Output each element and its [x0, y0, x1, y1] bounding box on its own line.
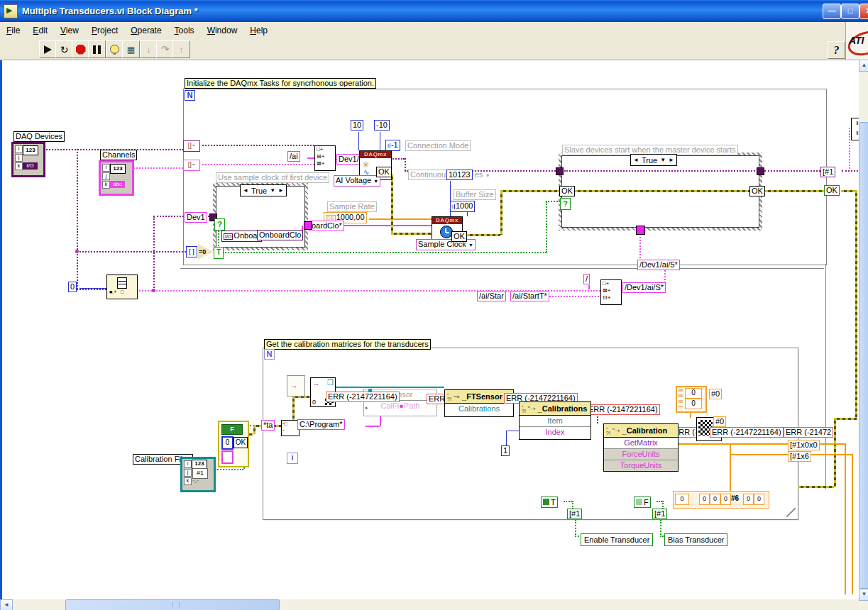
gauge-array-constant[interactable]: 0 0 0 0 #6 0 0 — [673, 491, 769, 509]
menu-project[interactable]: Project — [85, 23, 124, 38]
array-cell[interactable]: 0 — [720, 494, 731, 505]
enable-transducer-label[interactable]: Enable Transducer — [581, 533, 653, 546]
vertical-scroll-thumb[interactable] — [859, 122, 868, 589]
const-minus10[interactable]: -10 — [374, 120, 390, 131]
dropdown-icon[interactable]: ▼ — [468, 243, 473, 248]
concat-strings-node-1[interactable]: □+⊞+⊠+ — [314, 145, 336, 171]
run-continuous-button[interactable]: ↻ — [55, 40, 73, 58]
tunnel-square[interactable] — [556, 167, 564, 175]
status-false[interactable]: F — [221, 424, 243, 435]
resize-corner-icon[interactable] — [786, 508, 796, 517]
file-dialog-node[interactable]: → — [287, 375, 305, 396]
label-connection-mode[interactable]: Connection Mode — [405, 140, 471, 151]
array-input-icon[interactable]: [ ] — [186, 246, 197, 257]
zero-constant[interactable]: 0 — [68, 282, 77, 292]
error-cluster-constant[interactable]: F 0 OK — [218, 421, 249, 467]
ok-tunnel-left[interactable]: OK — [559, 186, 575, 196]
invoke-node-calibration[interactable]: ▫?!"➝_Calibration GetMatrix ForceUnits T… — [603, 423, 679, 472]
loop-count-terminal-2[interactable]: N — [264, 349, 275, 360]
maximize-button[interactable]: □ — [841, 4, 859, 19]
menu-operate[interactable]: Operate — [124, 23, 167, 38]
label-use-clock[interactable]: Use sample clock of first device — [216, 172, 329, 183]
step-over-button[interactable]: ↷ — [156, 40, 174, 58]
true-constant[interactable]: T — [541, 497, 558, 508]
case-next-icon[interactable]: ► — [669, 157, 674, 163]
dev1-label[interactable]: Dev1 — [185, 212, 207, 223]
label-continuous[interactable]: Continuous — [408, 170, 452, 180]
menu-view[interactable]: View — [54, 23, 85, 38]
step-out-button[interactable]: ↑ — [172, 40, 190, 58]
case1-selector-terminal[interactable]: ? — [214, 218, 225, 231]
code-zero[interactable]: 0 — [221, 436, 234, 450]
starttrig-label-b[interactable]: /ai/StartT* — [510, 291, 549, 301]
prop-calibrations[interactable]: Calibrations — [445, 404, 513, 414]
calibration-files-array[interactable]: ijk 123 #1 ᵔ-ᵔ — [180, 457, 216, 492]
error-label-4[interactable]: ERR (-2147221164) — [586, 404, 660, 415]
comment-cal[interactable]: Get the calibration matrices for the tra… — [264, 339, 431, 350]
property-node-calibrations[interactable]: ▫?!"➝_Calibrations Item Index — [519, 401, 591, 440]
scroll-down-button[interactable]: ▼ — [859, 589, 868, 601]
menu-edit[interactable]: Edit — [26, 23, 54, 38]
const-10[interactable]: 10 — [351, 120, 363, 131]
prop-index[interactable]: Index — [520, 426, 590, 438]
onboard-clock-const-b[interactable]: OnboardClo — [257, 230, 303, 240]
const-minus1[interactable]: I-1 — [385, 140, 400, 151]
array-cell[interactable]: 0 — [743, 494, 754, 505]
error-label-1[interactable]: ERR (-2147221164) — [326, 392, 400, 402]
matrix-size-label-1[interactable]: [#1x0x0 — [788, 440, 820, 450]
cprogram-path-label[interactable]: C:\Program* — [297, 419, 345, 430]
cluster-cell[interactable]: 0 — [685, 399, 702, 409]
retain-wire-values-button[interactable]: ▦ — [122, 40, 140, 58]
step-into-button[interactable]: ↓ — [140, 40, 158, 58]
tunnel-square[interactable] — [636, 226, 645, 235]
close-button[interactable]: ✕ — [859, 4, 868, 19]
matrix-size-label-2[interactable]: [#1x6 — [788, 451, 811, 462]
case-prev-icon[interactable]: ◄ — [243, 187, 248, 194]
daq-devices-array-control[interactable]: ijk 123 I/O — [11, 142, 45, 177]
auto-index-tunnel[interactable]: [#1 — [820, 167, 835, 177]
continuous-ring-value[interactable]: 10123 — [446, 170, 473, 180]
menu-window[interactable]: Window — [201, 23, 244, 38]
tunnel-devices[interactable]: []~ — [183, 140, 200, 152]
case-selector-2[interactable]: ◄True▼► — [630, 154, 677, 166]
case-dropdown-icon[interactable]: ▼ — [660, 157, 666, 163]
prop-forceunits[interactable]: ForceUnits — [604, 448, 678, 460]
case-dropdown-icon[interactable]: ▼ — [270, 187, 275, 194]
index-array-node[interactable]: ■.+ □ — [106, 274, 138, 299]
array-cell[interactable]: 0 — [699, 494, 710, 505]
channels-array-control[interactable]: ijk 123 abc — [99, 160, 134, 196]
abort-button[interactable] — [72, 40, 89, 58]
case-next-icon[interactable]: ► — [278, 187, 284, 194]
comment-init[interactable]: Initialize the DAQmx Tasks for syncrhono… — [185, 78, 376, 89]
label-sample-rate[interactable]: Sample Rate — [327, 201, 377, 212]
prop-torqueunits[interactable]: TorqueUnits — [604, 460, 678, 471]
tunnel-channels[interactable]: []~ — [183, 160, 200, 171]
tunnel-square[interactable] — [757, 167, 764, 175]
auto-index-tunnel[interactable]: [#1 — [567, 509, 582, 519]
dropdown-icon[interactable]: ▼ — [373, 179, 378, 184]
highlight-execution-button[interactable] — [106, 40, 123, 58]
menu-file[interactable]: File — [0, 23, 26, 38]
prop-item[interactable]: Item — [520, 416, 590, 426]
scroll-left-button[interactable]: ◄ — [0, 599, 13, 610]
horizontal-scroll-thumb[interactable] — [65, 599, 280, 610]
minimize-button[interactable]: — — [823, 4, 841, 19]
context-help-button[interactable]: ? — [828, 41, 845, 59]
cluster-constant[interactable]: 0 0 — [676, 386, 707, 413]
slash-const[interactable]: / — [583, 274, 590, 284]
menu-help[interactable]: Help — [243, 23, 274, 38]
channels-label[interactable]: Channels — [100, 150, 137, 160]
onboard-clock-const-a[interactable]: I/OOnboar — [221, 231, 262, 242]
error-label-7[interactable]: ERR (-21472 — [784, 427, 833, 438]
source-string[interactable] — [221, 450, 234, 464]
daq-devices-label[interactable]: DAQ Devices — [13, 131, 65, 142]
array-cell[interactable]: 0 — [754, 494, 764, 505]
ok-tunnel-frame[interactable]: OK — [824, 185, 840, 196]
hash0-label[interactable]: #0 — [713, 416, 726, 427]
false-constant[interactable]: F — [634, 497, 651, 508]
loop-count-terminal-1[interactable]: N — [185, 90, 195, 101]
bias-transducer-label[interactable]: Bias Transducer — [664, 533, 727, 546]
pause-button[interactable] — [88, 40, 106, 58]
scroll-up-button[interactable]: ▲ — [859, 60, 868, 72]
trigger-label-top[interactable]: /Dev1/ai/5* — [637, 260, 680, 270]
